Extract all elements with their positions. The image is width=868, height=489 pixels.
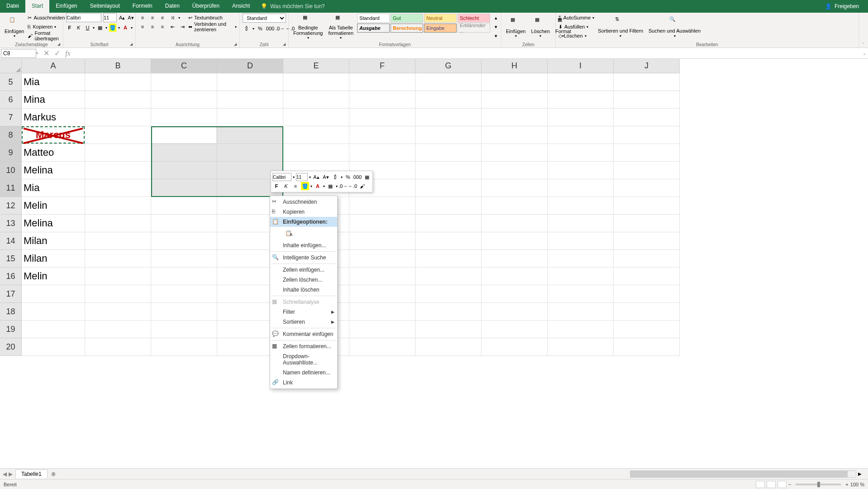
cm-insert-comment[interactable]: 💬Kommentar einfügen xyxy=(270,329,337,339)
sheet-tab[interactable]: Tabelle1 xyxy=(15,470,48,478)
cell-G8[interactable] xyxy=(415,126,482,144)
cell-G13[interactable] xyxy=(415,215,482,232)
cell-F8[interactable] xyxy=(349,126,415,144)
cell-F5[interactable] xyxy=(349,73,415,91)
cell-B5[interactable] xyxy=(85,73,151,91)
cell-B12[interactable] xyxy=(85,197,151,215)
cell-I5[interactable] xyxy=(548,73,614,91)
cell-J10[interactable] xyxy=(614,162,680,179)
cell-B19[interactable] xyxy=(85,321,151,338)
cell-J6[interactable] xyxy=(614,91,680,109)
cm-insert-cells[interactable]: Zellen einfügen... xyxy=(270,265,337,275)
cell-I6[interactable] xyxy=(548,91,614,109)
row-header-17[interactable]: 17 xyxy=(0,285,22,303)
mini-borders2[interactable]: ▦ xyxy=(326,182,334,190)
cell-A9[interactable]: Matteo xyxy=(22,144,85,162)
cell-B20[interactable] xyxy=(85,338,151,356)
decrease-indent-button[interactable]: ⇤ xyxy=(168,23,176,31)
mini-format-painter[interactable]: 🖌 xyxy=(358,182,366,190)
fill-color-button[interactable]: 🪣 xyxy=(109,24,116,32)
cell-J20[interactable] xyxy=(614,338,680,356)
tab-formeln[interactable]: Formeln xyxy=(126,0,159,13)
cell-I12[interactable] xyxy=(548,197,614,215)
dialog-launcher-icon[interactable]: ◢ xyxy=(130,42,134,47)
row-header-10[interactable]: 10 xyxy=(0,162,22,179)
cm-sort[interactable]: Sortieren▶ xyxy=(270,317,337,327)
styles-scroll-up[interactable]: ▴ xyxy=(492,14,500,22)
cell-A20[interactable] xyxy=(22,338,85,356)
cell-B6[interactable] xyxy=(85,91,151,109)
cell-C19[interactable] xyxy=(151,321,217,338)
cm-link[interactable]: 🔗Link xyxy=(270,378,337,388)
cell-style-gut[interactable]: Gut xyxy=(391,14,423,23)
cell-H8[interactable] xyxy=(482,126,548,144)
cell-style-erklaerend[interactable]: Erklärender ... xyxy=(458,24,490,33)
mini-align[interactable]: ≡ xyxy=(291,182,300,190)
column-header-G[interactable]: G xyxy=(415,59,482,73)
cell-H10[interactable] xyxy=(482,162,548,179)
cell-J15[interactable] xyxy=(614,250,680,268)
page-layout-view-button[interactable] xyxy=(767,481,776,488)
cell-G10[interactable] xyxy=(415,162,482,179)
cell-B9[interactable] xyxy=(85,144,151,162)
cm-clear-contents[interactable]: Inhalte löschen xyxy=(270,285,337,295)
insert-cells-button[interactable]: ▦Einfügen▾ xyxy=(504,14,527,41)
cell-C12[interactable] xyxy=(151,197,217,215)
cell-style-schlecht[interactable]: Schlecht xyxy=(458,14,490,23)
cell-J17[interactable] xyxy=(614,285,680,303)
cm-filter[interactable]: Filter▶ xyxy=(270,307,337,317)
cell-H20[interactable] xyxy=(482,338,548,356)
cancel-formula-button[interactable]: ✕ xyxy=(41,49,52,58)
cell-F18[interactable] xyxy=(349,303,415,321)
cell-F13[interactable] xyxy=(349,215,415,232)
format-painter-button[interactable]: 🖌Format übertragen xyxy=(28,32,65,40)
normal-view-button[interactable] xyxy=(756,481,765,488)
cell-C13[interactable] xyxy=(151,215,217,232)
cell-I18[interactable] xyxy=(548,303,614,321)
mini-dec-decimal[interactable]: ←.0 xyxy=(348,182,357,190)
conditional-formatting-button[interactable]: ▦ Bedingte Formatierung ▾ xyxy=(291,14,324,41)
cell-A5[interactable]: Mia xyxy=(22,73,85,91)
sheet-nav-next[interactable]: ▶ xyxy=(9,471,13,477)
tab-einfuegen[interactable]: Einfügen xyxy=(49,0,83,13)
formula-bar[interactable] xyxy=(73,49,861,58)
italic-button[interactable]: K xyxy=(75,24,82,32)
mini-thousands[interactable]: 000 xyxy=(353,173,362,181)
cell-B17[interactable] xyxy=(85,285,151,303)
cell-C17[interactable] xyxy=(151,285,217,303)
cell-H18[interactable] xyxy=(482,303,548,321)
page-break-view-button[interactable] xyxy=(777,481,787,488)
column-header-E[interactable]: E xyxy=(283,59,349,73)
cell-J14[interactable] xyxy=(614,232,680,250)
cell-I7[interactable] xyxy=(548,109,614,126)
find-select-button[interactable]: 🔍Suchen und Auswählen▾ xyxy=(647,14,702,41)
row-header-18[interactable]: 18 xyxy=(0,303,22,321)
cell-C18[interactable] xyxy=(151,303,217,321)
cell-G18[interactable] xyxy=(415,303,482,321)
tab-seitenlayout[interactable]: Seitenlayout xyxy=(84,0,126,13)
cell-A8[interactable]: Marcus xyxy=(22,126,85,144)
zoom-out-button[interactable]: − xyxy=(788,482,791,487)
tab-datei[interactable]: Datei xyxy=(0,0,25,13)
cell-F9[interactable] xyxy=(349,144,415,162)
column-header-A[interactable]: A xyxy=(22,59,85,73)
cell-I11[interactable] xyxy=(548,179,614,197)
cell-style-eingabe[interactable]: Eingabe xyxy=(424,24,457,33)
cell-G12[interactable] xyxy=(415,197,482,215)
cell-J12[interactable] xyxy=(614,197,680,215)
cell-C20[interactable] xyxy=(151,338,217,356)
row-header-19[interactable]: 19 xyxy=(0,321,22,338)
bold-button[interactable]: F xyxy=(66,24,73,32)
cell-C14[interactable] xyxy=(151,232,217,250)
cell-style-berechnung[interactable]: Berechnung xyxy=(391,24,423,33)
column-header-F[interactable]: F xyxy=(349,59,415,73)
cell-H7[interactable] xyxy=(482,109,548,126)
cell-H14[interactable] xyxy=(482,232,548,250)
cell-I17[interactable] xyxy=(548,285,614,303)
mini-bold[interactable]: F xyxy=(272,182,281,190)
mini-font-name[interactable] xyxy=(272,173,291,181)
dialog-launcher-icon[interactable]: ◢ xyxy=(57,42,62,47)
cell-B15[interactable] xyxy=(85,250,151,268)
share-button[interactable]: Freigeben xyxy=(835,3,859,10)
font-name-select[interactable] xyxy=(66,13,101,22)
